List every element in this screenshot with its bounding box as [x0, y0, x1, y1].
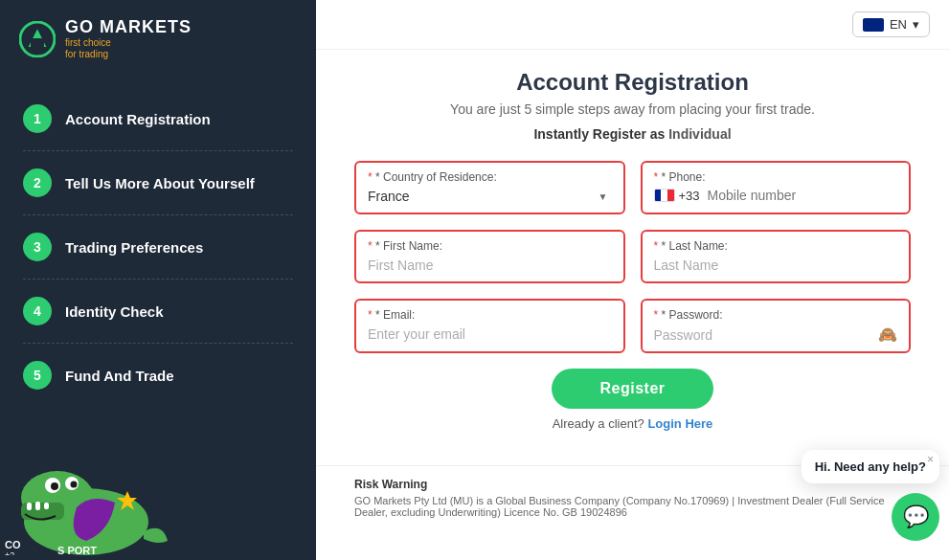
top-bar: EN ▾ [316, 0, 949, 50]
sidebar-item-account-registration[interactable]: 1 Account Registration [0, 87, 316, 150]
phone-flag-code: +33 [654, 189, 700, 203]
chat-open-button[interactable]: 💬 [892, 493, 939, 541]
firstname-label: * * First Name: [368, 239, 612, 253]
svg-rect-3 [31, 38, 44, 48]
country-label: * * Country of Residence: [368, 170, 612, 184]
already-client-text: Already a client? Login Here [354, 416, 911, 431]
mascot-area: CO +2 S PORT [0, 407, 192, 560]
login-link[interactable]: Login Here [647, 416, 712, 431]
sidebar: GO MARKETS first choice for trading 1 Ac… [0, 0, 316, 560]
password-wrapper: 🙈 [654, 325, 898, 344]
form-row-3: * * Email: * * Password: 🙈 [354, 299, 911, 353]
form-content: Account Registration You are just 5 simp… [316, 50, 949, 465]
step-circle-4: 4 [23, 297, 52, 325]
mascot-illustration: CO +2 [0, 407, 182, 555]
australia-flag [863, 18, 884, 32]
register-button[interactable]: Register [552, 369, 712, 409]
firstname-input[interactable] [368, 258, 612, 273]
language-selector[interactable]: EN ▾ [852, 11, 930, 37]
step-circle-3: 3 [23, 233, 52, 261]
phone-field-group: * * Phone: +33 [641, 161, 912, 214]
step-label-5: Fund And Trade [65, 368, 174, 384]
main-content: EN ▾ Account Registration You are just 5… [316, 0, 949, 560]
svg-point-10 [71, 482, 78, 488]
chat-icon: 💬 [903, 504, 929, 529]
logo-brand: GO MARKETS [65, 17, 192, 37]
email-field-group: * * Email: [354, 299, 625, 353]
step-circle-1: 1 [23, 104, 52, 133]
logo-tagline: first choice for trading [65, 37, 192, 60]
form-row-2: * * First Name: * * Last Name: [354, 230, 911, 283]
svg-rect-13 [44, 503, 49, 509]
sidebar-support-text: S PORT [57, 545, 97, 556]
risk-warning-text: GO Markets Pty Ltd (MU) is a Global Busi… [354, 495, 911, 518]
step-circle-2: 2 [23, 168, 52, 197]
chat-close-button[interactable]: × [927, 454, 934, 465]
page-title: Account Registration [354, 69, 911, 96]
sidebar-item-identity-check[interactable]: 4 Identity Check [0, 280, 316, 343]
step-label-1: Account Registration [65, 111, 211, 127]
logo-text: GO MARKETS first choice for trading [65, 17, 192, 60]
lang-label: EN [890, 17, 907, 32]
lastname-field-group: * * Last Name: [641, 230, 912, 283]
sidebar-item-trading-preferences[interactable]: 3 Trading Preferences [0, 215, 316, 279]
sidebar-item-tell-us-more[interactable]: 2 Tell Us More About Yourself [0, 151, 316, 214]
logo-icon [19, 21, 56, 57]
page-subtitle: You are just 5 simple steps away from pl… [354, 101, 911, 117]
password-input[interactable] [654, 327, 879, 343]
step-label-2: Tell Us More About Yourself [65, 175, 255, 191]
lastname-input[interactable] [654, 258, 898, 273]
password-label: * * Password: [654, 308, 898, 322]
password-field-group: * * Password: 🙈 [641, 299, 912, 353]
chevron-down-icon: ▾ [913, 17, 919, 32]
country-select-wrapper: France Australia United Kingdom [368, 188, 612, 205]
register-type-text: Instantly Register as Individual [354, 126, 911, 142]
firstname-field-group: * * First Name: [354, 230, 625, 283]
france-flag [654, 189, 675, 202]
register-type-value: Individual [668, 126, 731, 142]
password-toggle-icon[interactable]: 🙈 [878, 325, 897, 344]
chat-bubble-text: Hi. Need any help? [815, 459, 926, 474]
svg-text:+2: +2 [5, 550, 14, 555]
form-row-1: * * Country of Residence: France Austral… [354, 161, 911, 214]
phone-country-code: +33 [679, 189, 700, 203]
phone-number-input[interactable] [708, 188, 897, 203]
svg-rect-12 [35, 502, 40, 510]
sidebar-item-fund-and-trade[interactable]: 5 Fund And Trade [0, 344, 316, 407]
email-label: * * Email: [368, 308, 612, 322]
step-label-3: Trading Preferences [65, 239, 203, 256]
country-field-group: * * Country of Residence: France Austral… [354, 161, 625, 214]
logo: GO MARKETS first choice for trading [0, 0, 316, 78]
email-input[interactable] [368, 326, 612, 342]
phone-label: * * Phone: [654, 170, 898, 184]
country-select[interactable]: France Australia United Kingdom [368, 189, 612, 204]
step-label-4: Identity Check [65, 303, 164, 320]
step-circle-5: 5 [23, 361, 52, 390]
chat-widget: × Hi. Need any help? [802, 450, 939, 483]
svg-text:CO: CO [5, 539, 21, 550]
lastname-label: * * Last Name: [654, 239, 898, 253]
svg-rect-11 [27, 503, 32, 510]
phone-input-row: +33 [654, 188, 898, 203]
svg-point-8 [51, 482, 58, 490]
